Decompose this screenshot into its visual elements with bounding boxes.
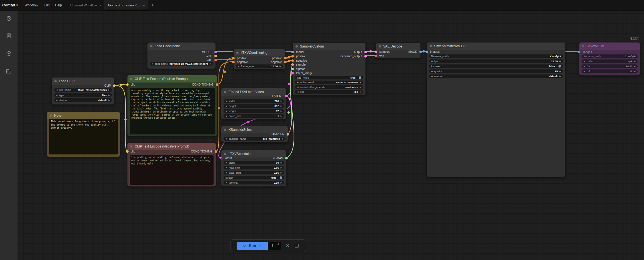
port-LATENT-out[interactable] xyxy=(285,95,288,97)
link-midpoint-dot[interactable] xyxy=(288,56,290,58)
collapse-dot-icon[interactable] xyxy=(582,45,584,47)
link-midpoint-dot[interactable] xyxy=(288,83,290,85)
widget-sampler_name[interactable]: ◀sampler_nameres_multistep▶ xyxy=(224,137,285,141)
link-midpoint-dot[interactable] xyxy=(287,111,290,114)
tab-ltxv-text-to-video[interactable]: ltxv_text_to_video_0.... ● xyxy=(105,0,148,10)
port-negative-in[interactable] xyxy=(291,59,294,62)
link-midpoint-dot[interactable] xyxy=(289,98,291,100)
port-model-in[interactable] xyxy=(291,51,294,53)
node-library-icon[interactable] xyxy=(6,50,12,57)
node-textarea[interactable]: low quality, worst quality, deformed, di… xyxy=(130,155,214,185)
widget-filename_prefix[interactable]: filename_prefixComfyUI xyxy=(429,54,563,58)
collapse-dot-icon[interactable] xyxy=(224,91,226,93)
link-midpoint-dot[interactable] xyxy=(124,118,127,121)
menu-workflow[interactable]: Workflow xyxy=(22,0,41,10)
node-clip-text-encode-negative[interactable]: CLIP Text Encode (Negative Prompt)clipCO… xyxy=(127,142,216,187)
port-SAMPLER-out[interactable] xyxy=(287,133,289,136)
port-vae-in[interactable] xyxy=(375,55,377,57)
widget-height[interactable]: ◀height512▶ xyxy=(224,104,284,108)
node-graph-canvas[interactable]: Load CheckpointMODELCLIPVAE◀ckpt_nameltx… xyxy=(0,0,644,260)
workflows-folder-icon[interactable] xyxy=(6,68,12,75)
link-midpoint-dot[interactable] xyxy=(423,50,425,52)
collapse-dot-icon[interactable] xyxy=(224,153,226,155)
widget-stretch[interactable]: stretchtrue xyxy=(224,176,284,179)
widget-ckpt_name[interactable]: ◀ckpt_nameltx-video-2b-v0.9.5.safetensor… xyxy=(150,62,213,66)
collapse-dot-icon[interactable] xyxy=(236,52,239,54)
collapse-dot-icon[interactable] xyxy=(50,114,52,117)
node-textarea[interactable]: A drone quickly rises through a bank of … xyxy=(130,88,215,134)
node-save-animated-webp[interactable]: SaveAnimatedWEBPimagesfilename_prefixCom… xyxy=(427,42,565,177)
widget-terminal[interactable]: ◀terminal0.10▶ xyxy=(224,181,284,184)
count-stepper[interactable]: ▲▼ xyxy=(277,242,279,246)
stop-icon[interactable] xyxy=(295,244,299,248)
link-midpoint-dot[interactable] xyxy=(224,71,226,73)
collapse-dot-icon[interactable] xyxy=(430,45,432,47)
node-vae-decode[interactable]: VAE DecodesamplesvaeIMAGE xyxy=(376,42,421,58)
chevron-down-icon[interactable] xyxy=(259,244,262,247)
node-save-webm[interactable]: SaveWEBMimagesfilename_prefixComfyUI◀cod… xyxy=(579,42,640,76)
tab-unsaved-workflow[interactable]: Unsaved Workflow × xyxy=(67,0,105,10)
widget-cfg[interactable]: ◀cfg3.0▶ xyxy=(295,90,363,94)
collapse-dot-icon[interactable] xyxy=(379,45,381,48)
port-latent_image-in[interactable] xyxy=(291,72,294,74)
widget-batch_size[interactable]: ◀batch_size1▶ xyxy=(224,114,284,118)
batch-count-input[interactable]: 1 ▲▼ xyxy=(268,242,281,250)
widget-noise_seed[interactable]: ◀noise_seed552872474466407▶ xyxy=(295,81,363,84)
port-clip-in[interactable] xyxy=(126,150,129,153)
collapse-dot-icon[interactable] xyxy=(130,78,132,80)
widget-method[interactable]: ◀methoddefault▶ xyxy=(429,74,563,78)
port-clip-in[interactable] xyxy=(126,83,129,86)
node-load-checkpoint[interactable]: Load CheckpointMODELCLIPVAE◀ckpt_nameltx… xyxy=(147,42,216,69)
collapse-dot-icon[interactable] xyxy=(295,45,298,48)
port-positive-out[interactable] xyxy=(284,57,287,59)
port-denoised_output-out[interactable] xyxy=(364,55,367,58)
widget-fps[interactable]: ◀fps24.00▶ xyxy=(582,64,638,68)
run-button[interactable]: Run xyxy=(237,242,268,250)
widget-length[interactable]: ◀length97▶ xyxy=(224,109,284,113)
link-midpoint-dot[interactable] xyxy=(288,60,290,62)
widget-frame_rate[interactable]: ◀frame_rate25.00▶ xyxy=(236,64,283,68)
node-empty-ltxv-latent-video[interactable]: EmptyLTXVLatentVideoLATENT◀width768▶◀hei… xyxy=(221,88,287,119)
node-ltxv-conditioning[interactable]: LTXVConditioningpositivenegativepositive… xyxy=(233,49,285,69)
port-images-in[interactable] xyxy=(578,51,580,53)
port-IMAGE-out[interactable] xyxy=(419,51,422,53)
port-negative-out[interactable] xyxy=(284,61,287,63)
widget-width[interactable]: ◀width768▶ xyxy=(224,99,284,103)
port-positive-in[interactable] xyxy=(291,55,294,58)
collapse-dot-icon[interactable] xyxy=(224,129,226,131)
widget-add_noise[interactable]: add_noisetrue xyxy=(295,76,363,79)
link-midpoint-dot[interactable] xyxy=(247,121,249,123)
node-textarea[interactable]: This model needs long descriptive prompt… xyxy=(49,119,118,154)
node-load-clip[interactable]: Load CLIPCLIP◀clip_namet5xxl_fp16.safete… xyxy=(51,77,114,105)
clear-queue-icon[interactable]: ✕ xyxy=(286,243,289,248)
port-positive-in[interactable] xyxy=(232,57,235,59)
node-note[interactable]: NoteThis model needs long descriptive pr… xyxy=(47,112,120,157)
port-CLIP-out[interactable] xyxy=(214,55,217,57)
link-midpoint-dot[interactable] xyxy=(370,50,372,52)
widget-device[interactable]: ◀devicedefault▶ xyxy=(54,98,112,102)
menu-edit[interactable]: Edit xyxy=(41,0,52,10)
port-VAE-out[interactable] xyxy=(214,59,217,61)
collapse-dot-icon[interactable] xyxy=(150,45,152,47)
menu-help[interactable]: Help xyxy=(52,0,65,10)
history-icon[interactable] xyxy=(6,15,12,21)
port-negative-in[interactable] xyxy=(232,61,235,63)
widget-crf[interactable]: ◀crf18▶ xyxy=(582,69,638,73)
port-CONDITIONING-out[interactable] xyxy=(215,150,217,153)
widget-lossless[interactable]: losslessfalse xyxy=(429,64,563,68)
widget-control-after-generate[interactable]: ◀control after generaterandomize▶ xyxy=(295,85,363,89)
toolbar-drag-handle-icon[interactable] xyxy=(232,244,237,248)
port-CLIP-out[interactable] xyxy=(113,84,116,87)
widget-clip_name[interactable]: ◀clip_namet5xxl_fp16.safetensors▶ xyxy=(54,88,112,92)
widget-quality[interactable]: ◀quality95▶ xyxy=(429,69,563,73)
node-clip-text-encode-positive[interactable]: CLIP Text Encode (Positive Prompt)clipCO… xyxy=(127,75,217,136)
link-midpoint-dot[interactable] xyxy=(120,84,122,86)
port-latent-in[interactable] xyxy=(220,157,222,159)
collapse-dot-icon[interactable] xyxy=(130,145,132,148)
port-sigmas-in[interactable] xyxy=(291,68,294,70)
port-images-in[interactable] xyxy=(425,51,428,53)
widget-steps[interactable]: ◀steps30▶ xyxy=(224,161,284,164)
new-tab-button[interactable]: + xyxy=(148,0,157,10)
port-output-out[interactable] xyxy=(364,51,367,53)
widget-type[interactable]: ◀typeltxv▶ xyxy=(54,93,112,97)
